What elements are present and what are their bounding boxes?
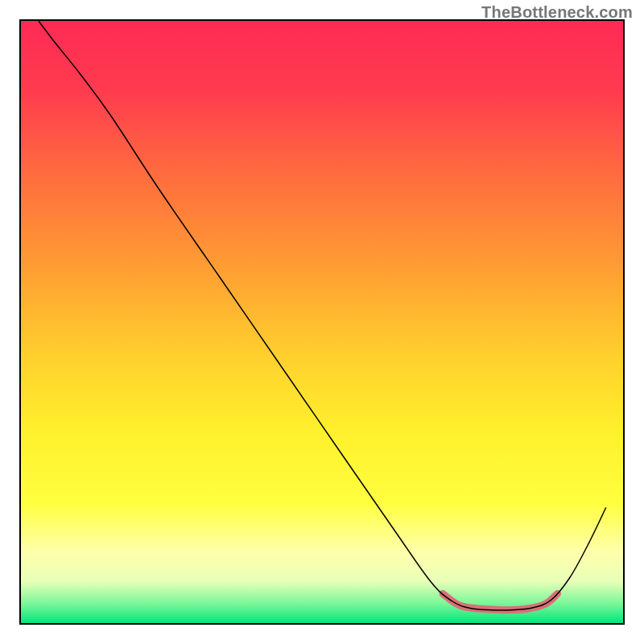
chart-stage: TheBottleneck.com <box>0 0 644 644</box>
chart-canvas <box>0 0 644 644</box>
watermark-label: TheBottleneck.com <box>481 3 633 22</box>
gradient-background <box>20 20 624 624</box>
